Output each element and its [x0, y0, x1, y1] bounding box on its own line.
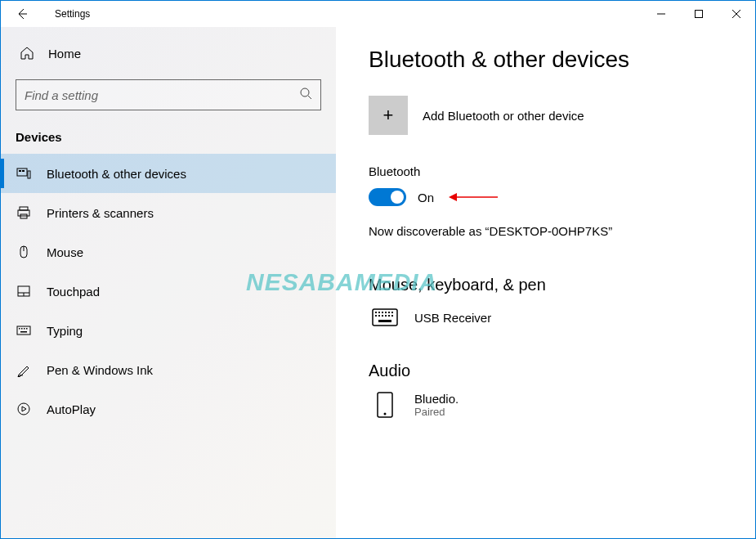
minimize-icon: [657, 10, 665, 18]
content-area: Bluetooth & other devices + Add Bluetoot…: [336, 27, 755, 538]
svg-rect-24: [20, 331, 27, 333]
toggle-state-label: On: [418, 191, 434, 204]
svg-rect-29: [378, 312, 380, 313]
svg-rect-33: [391, 312, 393, 313]
svg-rect-20: [19, 328, 20, 330]
svg-rect-11: [20, 207, 28, 210]
svg-rect-37: [385, 315, 387, 317]
autoplay-icon: [16, 401, 32, 417]
close-button[interactable]: [718, 1, 755, 27]
back-button[interactable]: [9, 1, 35, 27]
device-row-usb-receiver[interactable]: USB Receiver: [369, 306, 722, 329]
sidebar-item-label: Mouse: [47, 245, 83, 259]
svg-rect-9: [22, 170, 25, 172]
bluetooth-devices-icon: [16, 165, 32, 182]
sidebar-item-printers[interactable]: Printers & scanners: [1, 193, 336, 232]
sidebar-item-touchpad[interactable]: Touchpad: [1, 272, 336, 311]
maximize-icon: [695, 10, 703, 18]
search-icon: [299, 87, 312, 103]
svg-rect-40: [378, 320, 391, 322]
minimize-button[interactable]: [642, 1, 680, 27]
plus-icon: +: [369, 96, 408, 135]
mouse-icon: [16, 244, 32, 260]
search-box[interactable]: [16, 79, 321, 110]
sidebar-item-label: Pen & Windows Ink: [47, 363, 153, 377]
home-icon: [19, 46, 35, 61]
svg-rect-23: [26, 328, 28, 330]
add-device-label: Add Bluetooth or other device: [423, 109, 584, 123]
sidebar-item-label: AutoPlay: [47, 402, 96, 416]
svg-rect-22: [24, 328, 25, 330]
svg-rect-34: [375, 315, 377, 317]
sidebar-item-label: Bluetooth & other devices: [47, 167, 186, 181]
section-mouse-title: Mouse, keyboard, & pen: [369, 276, 722, 294]
window-controls: [642, 1, 755, 27]
svg-rect-30: [382, 312, 383, 313]
device-row-bluedio[interactable]: Bluedio. Paired: [369, 392, 722, 418]
svg-rect-19: [17, 326, 30, 335]
svg-line-6: [308, 96, 311, 99]
svg-rect-31: [385, 312, 387, 313]
sidebar-item-pen[interactable]: Pen & Windows Ink: [1, 350, 336, 389]
svg-rect-21: [21, 328, 23, 330]
sidebar-item-bluetooth[interactable]: Bluetooth & other devices: [1, 154, 336, 193]
svg-point-5: [301, 88, 309, 97]
printer-icon: [16, 204, 32, 221]
bluetooth-label: Bluetooth: [369, 164, 722, 178]
svg-rect-2: [696, 11, 703, 18]
svg-rect-32: [388, 312, 390, 313]
keyboard-icon: [16, 322, 32, 339]
svg-rect-35: [378, 315, 380, 317]
bluetooth-toggle-row: On: [369, 188, 722, 206]
arrow-left-icon: [16, 7, 29, 20]
pen-icon: [16, 362, 32, 378]
sidebar-item-mouse[interactable]: Mouse: [1, 232, 336, 272]
close-icon: [732, 10, 740, 18]
home-label: Home: [48, 47, 81, 61]
titlebar: Settings: [1, 1, 755, 27]
add-device-button[interactable]: + Add Bluetooth or other device: [369, 96, 722, 135]
svg-rect-12: [18, 210, 29, 216]
svg-rect-36: [382, 315, 383, 317]
page-title: Bluetooth & other devices: [369, 47, 722, 73]
svg-rect-8: [19, 170, 21, 172]
category-header: Devices: [1, 110, 336, 154]
svg-point-25: [18, 403, 29, 415]
discoverable-text: Now discoverable as “DESKTOP-0OHP7KS”: [369, 224, 722, 238]
sidebar-item-typing[interactable]: Typing: [1, 311, 336, 350]
maximize-button[interactable]: [680, 1, 718, 27]
sidebar-item-autoplay[interactable]: AutoPlay: [1, 389, 336, 429]
sidebar-item-label: Printers & scanners: [47, 206, 154, 220]
annotation-arrow: [449, 192, 498, 202]
svg-rect-38: [388, 315, 390, 317]
home-nav[interactable]: Home: [1, 35, 336, 71]
svg-point-42: [384, 413, 387, 415]
svg-rect-28: [375, 312, 377, 313]
svg-rect-39: [391, 315, 393, 317]
sidebar-item-label: Touchpad: [47, 285, 100, 299]
svg-rect-7: [17, 168, 27, 176]
device-status: Paired: [414, 406, 459, 418]
section-audio-title: Audio: [369, 362, 722, 380]
sidebar: Home Devices Bluetooth & other devices P…: [1, 27, 336, 538]
svg-rect-10: [28, 171, 30, 178]
device-name: USB Receiver: [414, 311, 491, 325]
search-input[interactable]: [25, 88, 299, 102]
bluetooth-toggle[interactable]: [369, 188, 406, 206]
device-name: Bluedio.: [414, 392, 459, 406]
keyboard-device-icon: [372, 306, 398, 329]
touchpad-icon: [16, 283, 32, 299]
sidebar-item-label: Typing: [47, 324, 83, 338]
window-title: Settings: [55, 8, 90, 20]
phone-device-icon: [372, 393, 398, 416]
